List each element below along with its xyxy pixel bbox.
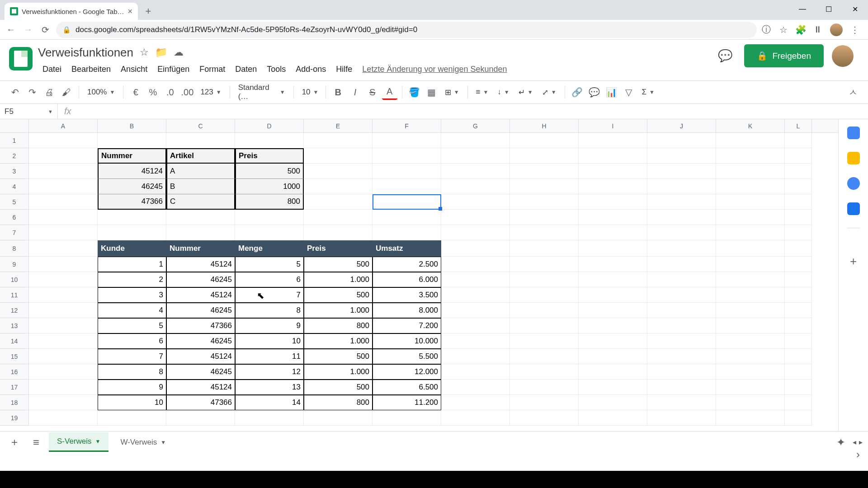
valign-button[interactable]: ↓▼ xyxy=(494,88,513,97)
merge-button[interactable]: ⊞▼ xyxy=(441,88,463,97)
redo-button[interactable]: ↷ xyxy=(24,84,40,100)
row-header[interactable]: 13 xyxy=(0,318,28,333)
keep-icon[interactable] xyxy=(847,152,860,164)
cell[interactable]: 46245 xyxy=(166,272,235,287)
cell[interactable]: A xyxy=(166,164,235,179)
table1-header[interactable]: Preis xyxy=(235,148,304,164)
cell[interactable]: 3 xyxy=(98,287,166,303)
cell[interactable]: 8 xyxy=(98,364,166,380)
cell[interactable]: 2 xyxy=(98,272,166,287)
cell[interactable]: 500 xyxy=(304,257,373,272)
table1-header[interactable]: Nummer xyxy=(98,148,166,164)
col-header-A[interactable]: A xyxy=(29,119,98,132)
percent-button[interactable]: % xyxy=(145,84,160,100)
cell[interactable]: 45124 xyxy=(166,380,235,395)
cell[interactable]: 8.000 xyxy=(373,303,441,318)
cell[interactable]: 500 xyxy=(304,287,373,303)
row-header[interactable]: 17 xyxy=(0,380,28,395)
chart-button[interactable]: 📊 xyxy=(604,84,619,100)
cell[interactable]: 8 xyxy=(235,303,304,318)
col-header-C[interactable]: C xyxy=(166,119,235,132)
scroll-left-icon[interactable]: ◂ xyxy=(853,438,856,446)
col-header-D[interactable]: D xyxy=(235,119,304,132)
cell[interactable]: 45124 xyxy=(166,349,235,364)
cell[interactable]: 5 xyxy=(98,318,166,333)
print-button[interactable]: 🖨 xyxy=(42,84,57,100)
cells-area[interactable]: Nummer Artikel Preis 45124 A 500 46245 B… xyxy=(29,133,838,426)
sheets-logo[interactable] xyxy=(9,47,33,70)
cell[interactable]: 4 xyxy=(98,303,166,318)
cell[interactable]: 1 xyxy=(98,257,166,272)
document-title[interactable]: Verweisfunktionen xyxy=(38,46,133,60)
row-header[interactable]: 15 xyxy=(0,349,28,364)
tasks-icon[interactable] xyxy=(847,177,860,190)
text-color-button[interactable]: A xyxy=(382,84,397,100)
cell[interactable]: 7 xyxy=(235,287,304,303)
row-header[interactable]: 16 xyxy=(0,364,28,380)
col-header-B[interactable]: B xyxy=(98,119,166,132)
font-select[interactable]: Standard (…▼ xyxy=(235,83,289,101)
col-header-J[interactable]: J xyxy=(647,119,716,132)
back-button[interactable]: ← xyxy=(5,23,17,36)
cell[interactable]: 47366 xyxy=(166,318,235,333)
cell[interactable]: 7 xyxy=(98,349,166,364)
col-header-F[interactable]: F xyxy=(373,119,441,132)
last-edit-text[interactable]: Letzte Änderung vor wenigen Sekunden xyxy=(362,65,507,74)
sheet-tab-s-verweis[interactable]: S-Verweis▼ xyxy=(49,432,108,452)
cell[interactable]: 9 xyxy=(235,318,304,333)
add-sheet-button[interactable]: + xyxy=(5,433,24,451)
all-sheets-button[interactable]: ≡ xyxy=(27,433,45,451)
bookmark-icon[interactable]: ☆ xyxy=(778,25,788,35)
name-box[interactable]: F5 ▼ xyxy=(0,104,58,119)
row-header[interactable]: 4 xyxy=(0,179,28,194)
cell[interactable]: 5.500 xyxy=(373,349,441,364)
cell[interactable]: 46245 xyxy=(166,333,235,349)
col-header-H[interactable]: H xyxy=(510,119,579,132)
row-header[interactable]: 3 xyxy=(0,164,28,179)
cell[interactable]: 800 xyxy=(235,194,304,210)
cell[interactable]: 1.000 xyxy=(304,333,373,349)
cell[interactable]: 500 xyxy=(235,164,304,179)
italic-button[interactable]: I xyxy=(348,84,363,100)
fill-color-button[interactable]: 🪣 xyxy=(407,84,422,100)
cell[interactable]: 500 xyxy=(304,380,373,395)
bold-button[interactable]: B xyxy=(330,84,346,100)
menu-format[interactable]: Format xyxy=(195,63,230,76)
link-button[interactable]: 🔗 xyxy=(570,84,585,100)
number-format-select[interactable]: 123▼ xyxy=(197,88,225,97)
currency-button[interactable]: € xyxy=(128,84,143,100)
url-bar[interactable]: 🔒 docs.google.com/spreadsheets/d/1RW5vYM… xyxy=(56,22,757,38)
col-header-I[interactable]: I xyxy=(579,119,647,132)
profile-avatar[interactable] xyxy=(830,23,843,36)
select-all-corner[interactable] xyxy=(0,119,29,132)
cell[interactable]: 1.000 xyxy=(304,272,373,287)
row-header[interactable]: 6 xyxy=(0,210,28,225)
cell[interactable]: 1000 xyxy=(235,179,304,194)
rotate-button[interactable]: ⤢▼ xyxy=(538,88,560,97)
cell[interactable]: 1.000 xyxy=(304,303,373,318)
translate-icon[interactable]: ⓘ xyxy=(761,25,771,35)
row-header[interactable]: 7 xyxy=(0,225,28,240)
star-icon[interactable]: ☆ xyxy=(140,47,149,58)
filter-button[interactable]: ▽ xyxy=(621,84,637,100)
col-header-G[interactable]: G xyxy=(441,119,510,132)
cell[interactable]: 45124 xyxy=(166,257,235,272)
cell[interactable]: C xyxy=(166,194,235,210)
row-header[interactable]: 1 xyxy=(0,133,28,148)
comments-button[interactable]: 💬 xyxy=(714,45,736,67)
row-header[interactable]: 10 xyxy=(0,272,28,287)
cell[interactable]: 46245 xyxy=(98,179,166,194)
formula-input[interactable] xyxy=(78,104,868,119)
cell[interactable]: 46245 xyxy=(166,303,235,318)
cloud-icon[interactable]: ☁ xyxy=(174,47,184,58)
increase-decimal-button[interactable]: .00 xyxy=(179,84,195,100)
cell[interactable]: 12 xyxy=(235,364,304,380)
explore-button[interactable]: ✦ xyxy=(832,433,850,451)
sync-icon[interactable]: ⏸ xyxy=(813,25,823,35)
table1-header[interactable]: Artikel xyxy=(166,148,235,164)
wrap-button[interactable]: ↵▼ xyxy=(515,88,537,97)
forward-button[interactable]: → xyxy=(22,23,34,36)
cell[interactable]: 10 xyxy=(98,395,166,410)
strikethrough-button[interactable]: S xyxy=(365,84,380,100)
functions-button[interactable]: Σ▼ xyxy=(638,88,658,97)
